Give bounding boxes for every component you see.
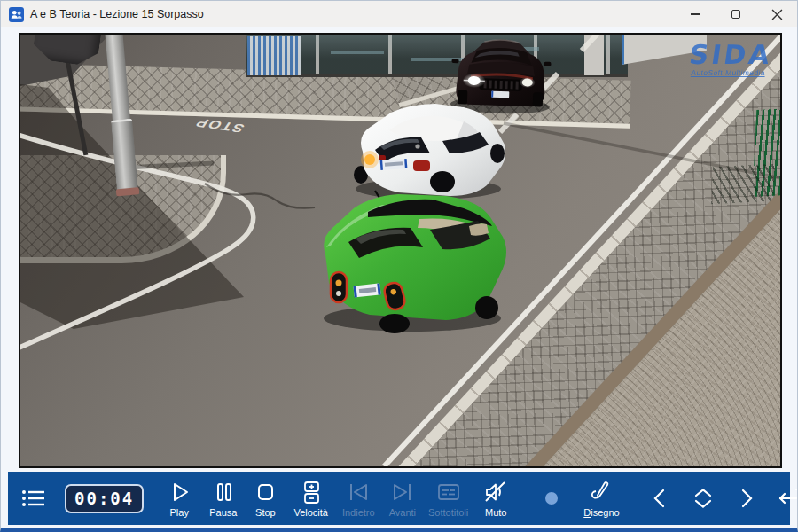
mute-icon xyxy=(482,480,509,505)
speed-button[interactable]: Velocità xyxy=(293,480,328,518)
volume-thumb[interactable] xyxy=(545,492,558,505)
nav-left-button[interactable] xyxy=(650,487,669,510)
draw-button[interactable]: Disegno xyxy=(583,480,619,518)
nav-updown-button[interactable] xyxy=(691,487,716,510)
mute-button[interactable]: Muto xyxy=(482,480,509,518)
next-button[interactable]: Avanti xyxy=(389,480,416,518)
draw-label: Disegno xyxy=(583,507,619,518)
window-title: A e B Teoria - Lezione 15 Sorpasso xyxy=(30,8,204,20)
pen-icon xyxy=(588,480,614,505)
sida-logo: SIDA xyxy=(688,42,774,68)
control-bar: 00:04 Play Pausa Stop xyxy=(8,472,790,525)
chevron-updown-icon xyxy=(691,487,716,510)
play-button[interactable]: Play xyxy=(167,480,192,518)
close-button[interactable] xyxy=(756,1,797,27)
sida-watermark: SIDA AutoSoft Multimedia xyxy=(686,42,774,77)
subtitles-icon xyxy=(435,480,462,505)
previous-button[interactable]: Indietro xyxy=(342,480,375,518)
speed-plus-minus-icon xyxy=(299,480,324,505)
chevron-left-icon xyxy=(650,487,669,510)
stop-icon xyxy=(253,480,278,505)
minimize-button[interactable] xyxy=(675,1,716,27)
stop-label: Stop xyxy=(255,507,276,518)
list-icon xyxy=(20,486,47,511)
maximize-button[interactable] xyxy=(716,1,756,27)
subtitles-button[interactable]: Sottotitoli xyxy=(428,480,468,518)
nav-right-button[interactable] xyxy=(737,487,756,510)
green-fence xyxy=(752,108,780,197)
next-icon xyxy=(389,480,416,505)
people-icon xyxy=(10,8,23,21)
speed-label: Velocità xyxy=(293,507,328,518)
app-icon xyxy=(9,7,24,22)
minimize-icon xyxy=(691,13,700,14)
mute-label: Muto xyxy=(485,507,506,518)
driving-scene: STOP xyxy=(20,35,780,466)
maximize-icon xyxy=(732,10,740,19)
video-frame: STOP xyxy=(19,33,782,468)
timer-display: 00:04 xyxy=(65,484,144,513)
subtitles-label: Sottotitoli xyxy=(428,507,468,518)
play-label: Play xyxy=(170,507,189,518)
app-window: A e B Teoria - Lezione 15 Sorpasso xyxy=(0,0,798,532)
sida-subtitle: AutoSoft Multimedia xyxy=(686,68,770,77)
previous-label: Indietro xyxy=(342,507,375,518)
return-arrow-icon xyxy=(776,486,798,511)
title-bar: A e B Teoria - Lezione 15 Sorpasso xyxy=(1,1,797,27)
stop-button[interactable]: Stop xyxy=(253,480,278,518)
next-label: Avanti xyxy=(389,507,416,518)
lesson-list-button[interactable] xyxy=(20,486,47,511)
pause-label: Pausa xyxy=(209,507,237,518)
play-icon xyxy=(167,480,192,505)
return-button[interactable] xyxy=(776,486,798,511)
previous-icon xyxy=(345,480,372,505)
close-icon xyxy=(771,9,783,20)
pause-icon xyxy=(211,480,236,505)
green-car xyxy=(313,184,517,339)
chevron-right-icon xyxy=(737,487,756,510)
pause-button[interactable]: Pausa xyxy=(209,480,237,518)
